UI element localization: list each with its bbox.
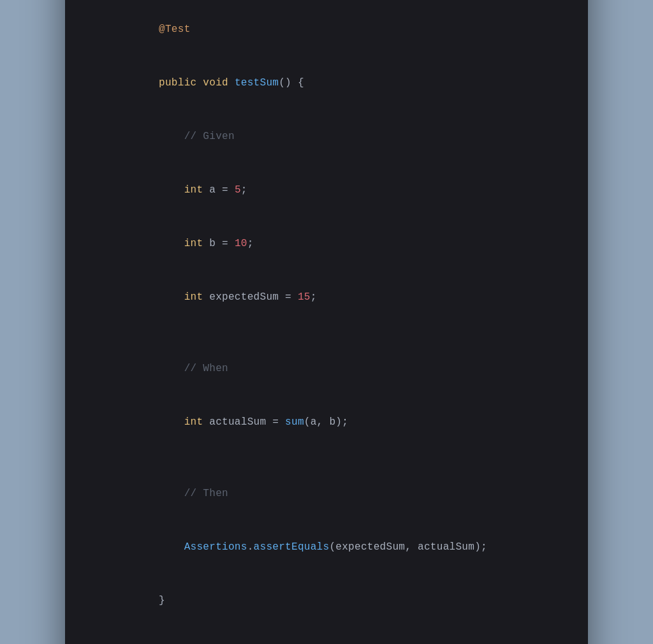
code-line-7: public void testSum() { xyxy=(96,56,557,110)
blank-line-15 xyxy=(96,449,557,467)
blank-line-12 xyxy=(96,324,557,342)
code-line-14: int actualSum = sum(a, b); xyxy=(96,395,557,449)
code-line-13: // When xyxy=(96,342,557,395)
code-line-9: int a = 5; xyxy=(96,163,557,217)
code-line-11: int expectedSum = 15; xyxy=(96,270,557,324)
code-line-16: // Then xyxy=(96,467,557,520)
code-line-17: Assertions.assertEquals(expectedSum, act… xyxy=(96,520,557,574)
code-line-8: // Given xyxy=(96,110,557,163)
code-editor: import org.junit.jupiter.api.Assertions;… xyxy=(65,0,588,644)
code-window: import org.junit.jupiter.api.Assertions;… xyxy=(65,0,588,644)
code-line-10: int b = 10; xyxy=(96,217,557,270)
code-line-18: } xyxy=(96,574,557,627)
code-line-6: @Test xyxy=(96,3,557,56)
blank-line-19 xyxy=(96,627,557,645)
